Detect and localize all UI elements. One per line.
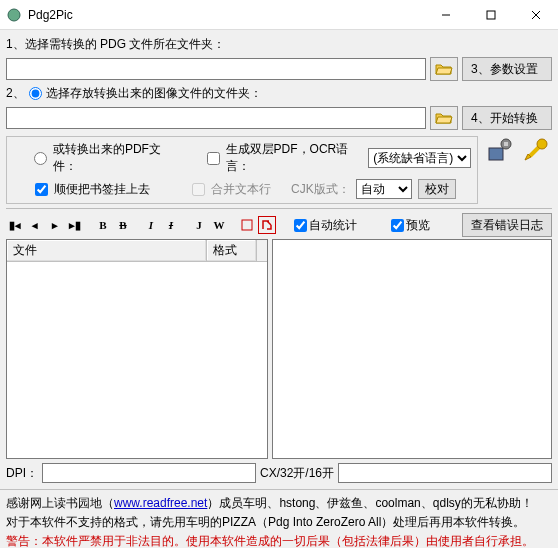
cjk-label: CJK版式： [291,181,350,198]
proofread-button[interactable]: 校对 [418,179,456,199]
dpi-value-box [42,463,256,483]
gen-dual-label: 生成双层PDF，OCR语言： [226,141,363,175]
folder-open-icon [435,111,453,125]
merge-text-label: 合并文本行 [211,181,271,198]
svg-point-8 [537,139,547,149]
toolbar: ▮◂ ◂ ▸ ▸▮ B B I I J W 自动统计 预览 查看错误日志 [6,211,552,239]
auto-stat-label: 自动统计 [309,217,357,234]
tool-export-button[interactable] [258,216,276,234]
output-folder-radio[interactable] [29,87,42,100]
ocr-language-select[interactable]: (系统缺省语言) [368,148,471,168]
bookmark-label: 顺便把书签挂上去 [54,181,150,198]
titlebar: Pdg2Pic [0,0,558,30]
browse-dest-button[interactable] [430,106,458,130]
merge-text-checkbox [192,183,205,196]
minimize-button[interactable] [423,0,468,30]
error-log-button[interactable]: 查看错误日志 [462,213,552,237]
preview-checkbox[interactable] [391,219,404,232]
settings-tool-icon[interactable] [484,134,516,166]
svg-rect-5 [489,148,503,160]
footer: 感谢网上读书园地（www.readfree.net）成员车明、hstong、伊兹… [0,489,558,548]
tool-italic-strike-button[interactable]: I [162,216,180,234]
bookmark-checkbox[interactable] [35,183,48,196]
gen-dual-pdf-checkbox[interactable] [207,152,220,165]
file-table[interactable]: 文件 格式 [6,239,268,459]
window-title: Pdg2Pic [28,8,423,22]
col-file-header[interactable]: 文件 [7,240,207,261]
step2-prefix: 2、 [6,85,25,102]
params-button[interactable]: 3、参数设置 [462,57,552,81]
col-format-header[interactable]: 格式 [207,240,257,261]
source-folder-input[interactable] [6,58,426,80]
dest-folder-input[interactable] [6,107,426,129]
credits-text-a: 感谢网上读书园地（ [6,496,114,510]
pdf-options-panel: 或转换出来的PDF文件： 生成双层PDF，OCR语言： (系统缺省语言) 顺便把… [6,136,478,204]
auto-stat-checkbox[interactable] [294,219,307,232]
tool-bold-button[interactable]: B [94,216,112,234]
wrench-tool-icon[interactable] [520,134,552,166]
preview-area [272,239,552,459]
nav-prev-button[interactable]: ◂ [26,216,44,234]
tool-italic-button[interactable]: I [142,216,160,234]
app-icon [6,7,22,23]
maximize-button[interactable] [468,0,513,30]
output-pdf-radio[interactable] [34,152,47,165]
tool-w-button[interactable]: W [210,216,228,234]
warning-text: 警告：本软件严禁用于非法目的。使用本软件造成的一切后果（包括法律后果）由使用者自… [6,532,552,548]
credits-text-b: ）成员车明、hstong、伊兹鱼、coolman、qdlsy的无私协助！ [207,496,532,510]
readfree-link[interactable]: www.readfree.net [114,496,207,510]
folder-open-icon [435,62,453,76]
close-button[interactable] [513,0,558,30]
nav-next-button[interactable]: ▸ [46,216,64,234]
browse-source-button[interactable] [430,57,458,81]
main-content: 1、选择需转换的 PDG 文件所在文件夹： 3、参数设置 2、 选择存放转换出来… [0,30,558,489]
step1-label: 1、选择需转换的 PDG 文件所在文件夹： [6,36,225,53]
svg-rect-7 [504,142,508,146]
pizza-note: 对于本软件不支持的格式，请先用车明的PIZZA（Pdg Into ZeroZer… [6,513,552,532]
dpi-suffix: CX/32开/16开 [260,465,334,482]
nav-first-button[interactable]: ▮◂ [6,216,24,234]
dpi-label: DPI： [6,465,38,482]
step2-label: 选择存放转换出来的图像文件的文件夹： [46,85,262,102]
tool-j-button[interactable]: J [190,216,208,234]
cjk-layout-select[interactable]: 自动 [356,179,412,199]
dpi-size-box [338,463,552,483]
tool-strike-button[interactable]: B [114,216,132,234]
start-button[interactable]: 4、开始转换 [462,106,552,130]
svg-point-0 [8,9,20,21]
svg-rect-9 [242,220,252,230]
preview-label: 预览 [406,217,430,234]
svg-rect-2 [487,11,495,19]
nav-last-button[interactable]: ▸▮ [66,216,84,234]
or-pdf-label: 或转换出来的PDF文件： [53,141,176,175]
tool-box-button[interactable] [238,216,256,234]
